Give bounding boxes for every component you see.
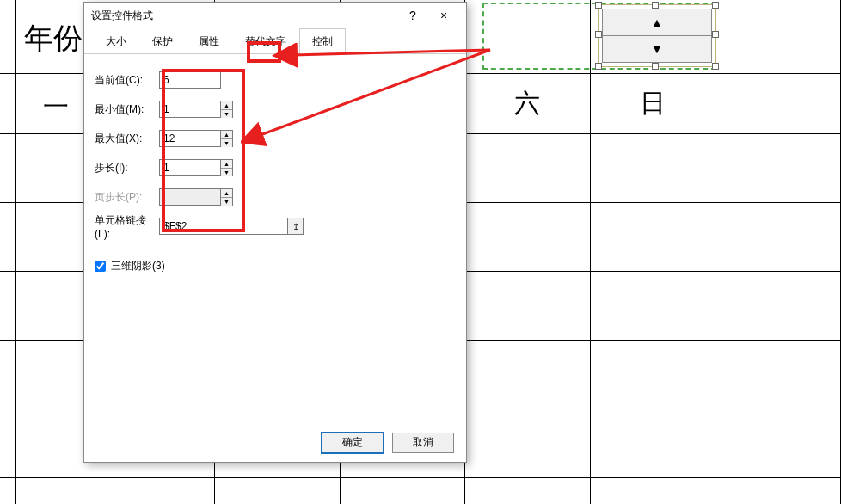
tab-size[interactable]: 大小	[93, 28, 139, 54]
header-7: 日	[590, 73, 715, 133]
shadow-label: 三维阴影(3)	[111, 259, 165, 274]
cell-link-input[interactable]	[159, 218, 288, 235]
tab-protect[interactable]: 保护	[139, 28, 186, 54]
help-button[interactable]: ?	[397, 3, 428, 28]
cell-link-label: 单元格链接(L):	[95, 213, 159, 240]
range-picker-button[interactable]: ↥	[288, 218, 304, 235]
step-label: 步长(I):	[95, 161, 159, 175]
max-value-input[interactable]	[159, 130, 221, 147]
min-value-input[interactable]	[159, 101, 221, 118]
spinner-down-button[interactable]: ▼	[603, 36, 711, 62]
spin-down-icon[interactable]: ▼	[221, 169, 232, 176]
ok-button[interactable]: 确定	[322, 433, 384, 453]
step-input[interactable]	[159, 159, 221, 176]
min-value-label: 最小值(M):	[95, 102, 159, 117]
max-value-label: 最大值(X):	[95, 132, 159, 146]
dialog-footer: 确定 取消	[84, 423, 466, 462]
spin-up-icon: ▲	[221, 189, 232, 198]
spin-down-icon[interactable]: ▼	[221, 110, 232, 118]
page-step-label: 页步长(P):	[95, 190, 159, 205]
current-value-input[interactable]	[159, 71, 221, 89]
spin-up-icon[interactable]: ▲	[221, 131, 232, 139]
dialog-titlebar[interactable]: 设置控件格式 ? ×	[84, 3, 466, 28]
shadow-checkbox[interactable]	[95, 261, 106, 272]
format-control-dialog: 设置控件格式 ? × 大小 保护 属性 替代文字 控制 当前值(C): 最小值(…	[83, 2, 467, 463]
page-spinner: ▲▼	[221, 188, 233, 206]
dialog-body: 当前值(C): 最小值(M): ▲▼ 最大值(X): ▲▼ 步长(I): ▲▼ …	[84, 54, 466, 423]
header-6: 六	[465, 73, 591, 133]
spin-down-icon[interactable]: ▼	[221, 139, 232, 147]
spin-down-icon: ▼	[221, 198, 232, 206]
spin-up-icon[interactable]: ▲	[221, 101, 232, 110]
spinner-control[interactable]: ▲ ▼	[602, 9, 712, 63]
dialog-title: 设置控件格式	[91, 9, 397, 23]
spin-up-icon[interactable]: ▲	[221, 160, 232, 169]
tab-control[interactable]: 控制	[299, 28, 346, 54]
header-1: 一	[43, 89, 69, 125]
close-button[interactable]: ×	[428, 3, 459, 28]
range-picker-icon: ↥	[292, 222, 299, 231]
page-step-input	[159, 188, 221, 206]
tab-alt[interactable]: 替代文字	[232, 28, 299, 54]
max-spinner[interactable]: ▲▼	[221, 130, 233, 147]
cancel-button[interactable]: 取消	[392, 433, 454, 453]
dialog-tabs: 大小 保护 属性 替代文字 控制	[84, 28, 466, 54]
min-spinner[interactable]: ▲▼	[221, 101, 233, 118]
spinner-up-button[interactable]: ▲	[603, 9, 711, 36]
year-label-partial: 年份	[24, 19, 83, 58]
tab-props[interactable]: 属性	[186, 28, 232, 54]
step-spinner[interactable]: ▲▼	[221, 159, 233, 176]
current-value-label: 当前值(C):	[95, 73, 159, 88]
